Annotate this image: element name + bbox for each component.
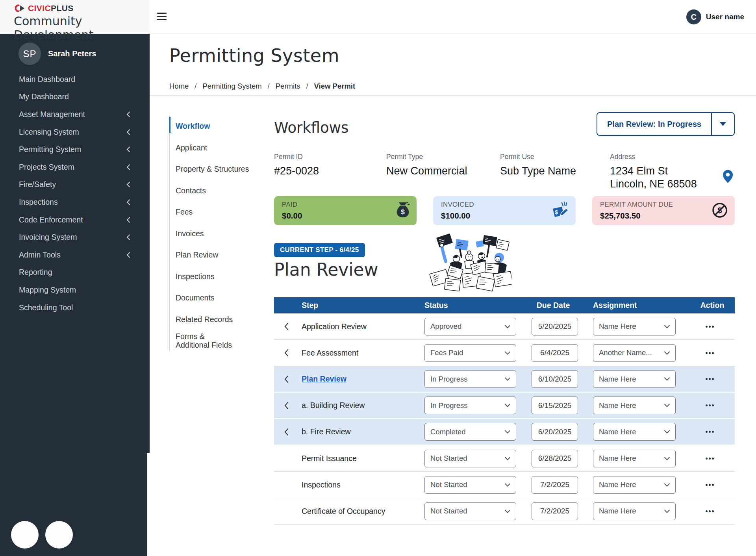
due-date-input[interactable]: 6/28/2025 — [532, 450, 578, 467]
sidebar-scrollbar[interactable] — [147, 453, 150, 556]
card-label: PAID — [282, 201, 409, 209]
floating-button-1[interactable] — [11, 521, 39, 549]
assignment-dropdown[interactable]: Name Here — [593, 370, 676, 388]
assignment-dropdown[interactable]: Name Here — [593, 397, 676, 414]
sidebar-item-main-dashboard[interactable]: Main Dashboard — [0, 70, 150, 88]
status-dropdown[interactable]: Not Started — [424, 502, 516, 520]
table-header: StepStatusDue DateAssignmentAction — [274, 297, 735, 313]
hamburger-menu-icon[interactable] — [157, 13, 167, 22]
sidebar-item-mapping-system[interactable]: Mapping System — [0, 281, 150, 299]
map-pin-icon[interactable] — [723, 169, 733, 185]
subnav-item-inspections[interactable]: Inspections — [170, 266, 257, 287]
due-date-input[interactable]: 6/20/2025 — [532, 423, 578, 441]
due-date-input[interactable]: 5/20/2025 — [532, 318, 578, 335]
celebration-illustration — [427, 234, 511, 292]
permit-status-dropdown-button[interactable]: Plan Review: In Progress — [597, 112, 735, 136]
sidebar-item-inspections[interactable]: Inspections — [0, 193, 150, 211]
user-menu[interactable]: C User name — [686, 9, 744, 24]
card-amount: $25,703.50 — [600, 211, 727, 221]
sidebar-item-reporting[interactable]: Reporting — [0, 264, 150, 282]
floating-button-2[interactable] — [45, 521, 73, 549]
step-name: Permit Issuance — [296, 454, 424, 463]
sidebar-item-invoicing-system[interactable]: Invoicing System — [0, 228, 150, 246]
row-actions-button[interactable] — [699, 510, 735, 512]
chevron-left-icon — [126, 164, 130, 170]
status-dropdown[interactable]: Fees Paid — [424, 344, 516, 362]
row-expand-chevron-icon[interactable] — [274, 375, 296, 383]
step-name: Certificate of Occupancy — [296, 507, 424, 516]
row-actions-button[interactable] — [699, 458, 735, 460]
sidebar-item-my-dashboard[interactable]: My Dashboard — [0, 88, 150, 106]
sidebar-item-label: Asset Management — [19, 110, 85, 119]
row-actions-button[interactable] — [699, 431, 735, 433]
table-row: Inspections Not Started 7/2/2025 Name He… — [274, 472, 735, 498]
subnav-item-documents[interactable]: Documents — [170, 287, 257, 309]
breadcrumb-item-home[interactable]: Home — [169, 82, 189, 91]
status-value: Completed — [430, 428, 465, 436]
sidebar-item-code-enforcement[interactable]: Code Enforcement — [0, 211, 150, 229]
workflow-table: StepStatusDue DateAssignmentAction Appli… — [274, 297, 735, 524]
sidebar-item-permitting-system[interactable]: Permitting System — [0, 141, 150, 158]
subnav-item-fees[interactable]: Fees — [170, 201, 257, 223]
sidebar-item-fire-safety[interactable]: Fire/Safety — [0, 176, 150, 194]
due-date-input[interactable]: 6/10/2025 — [532, 370, 578, 388]
step-name[interactable]: Plan Review — [296, 374, 424, 384]
permit-type-value: New Commercial — [386, 165, 500, 178]
permit-subnav: WorkflowApplicantProperty & StructuresCo… — [169, 115, 257, 352]
civicplus-logo-icon — [14, 4, 25, 13]
due-date-input[interactable]: 7/2/2025 — [532, 502, 578, 520]
assignment-value: Name Here — [599, 428, 636, 436]
sidebar-item-admin-tools[interactable]: Admin Tools — [0, 246, 150, 264]
sidebar-item-label: Reporting — [19, 268, 52, 277]
row-expand-chevron-icon[interactable] — [274, 349, 296, 357]
svg-text:$: $ — [401, 208, 405, 216]
status-dropdown[interactable]: Not Started — [424, 450, 516, 467]
status-dropdown[interactable]: Completed — [424, 423, 516, 441]
row-actions-button[interactable] — [699, 326, 735, 328]
sidebar-item-label: Main Dashboard — [19, 75, 75, 84]
subnav-item-plan-review[interactable]: Plan Review — [170, 244, 257, 266]
subnav-item-related-records[interactable]: Related Records — [170, 309, 257, 330]
sidebar-user[interactable]: SP Sarah Peters — [19, 43, 96, 65]
subnav-item-applicant[interactable]: Applicant — [170, 137, 257, 159]
assignment-dropdown[interactable]: Name Here — [593, 423, 676, 441]
subnav-item-forms-additional-fields[interactable]: Forms & Additional Fields — [170, 330, 257, 352]
sidebar-item-projects-system[interactable]: Projects System — [0, 158, 150, 176]
status-dropdown[interactable]: In Progress — [424, 397, 516, 414]
assignment-value: Name Here — [599, 507, 636, 515]
breadcrumb-item-permitting-system[interactable]: Permitting System — [203, 82, 262, 91]
sidebar-item-scheduling-tool[interactable]: Scheduling Tool — [0, 299, 150, 317]
status-dropdown[interactable]: Not Started — [424, 476, 516, 494]
assignment-dropdown[interactable]: Name Here — [593, 502, 676, 520]
due-date-input[interactable]: 6/4/2025 — [532, 344, 578, 362]
subnav-item-label: Applicant — [176, 143, 207, 152]
subnav-item-property-structures[interactable]: Property & Structures — [170, 158, 257, 180]
subnav-item-workflow[interactable]: Workflow — [170, 115, 257, 137]
due-date-input[interactable]: 7/2/2025 — [532, 476, 578, 494]
status-dropdown[interactable]: In Progress — [424, 370, 516, 388]
row-expand-chevron-icon[interactable] — [274, 428, 296, 436]
subnav-item-invoices[interactable]: Invoices — [170, 223, 257, 245]
row-actions-button[interactable] — [699, 378, 735, 380]
status-dropdown[interactable]: Approved — [424, 318, 516, 335]
caret-down-icon[interactable] — [711, 113, 734, 135]
brand-logo[interactable]: CIVICPLUS — [14, 4, 74, 13]
row-expand-chevron-icon[interactable] — [274, 402, 296, 410]
row-actions-button[interactable] — [699, 352, 735, 354]
assignment-dropdown[interactable]: Name Here — [593, 318, 676, 335]
row-actions-button[interactable] — [699, 484, 735, 486]
permit-use-label: Permit Use — [500, 153, 610, 161]
sidebar-item-asset-management[interactable]: Asset Management — [0, 106, 150, 123]
assignment-dropdown[interactable]: Name Here — [593, 450, 676, 467]
sidebar-item-licensing-system[interactable]: Licensing System — [0, 123, 150, 141]
row-actions-button[interactable] — [699, 404, 735, 406]
address-field: Address 1234 Elm St Lincoln, NE 68508 — [610, 153, 735, 191]
assignment-dropdown[interactable]: Another Name... — [593, 344, 676, 362]
row-expand-chevron-icon[interactable] — [274, 322, 296, 330]
assignment-dropdown[interactable]: Name Here — [593, 476, 676, 494]
subnav-item-contacts[interactable]: Contacts — [170, 180, 257, 202]
card-amount: $100.00 — [441, 211, 568, 221]
due-date-input[interactable]: 6/15/2025 — [532, 397, 578, 414]
breadcrumb-item-permits[interactable]: Permits — [276, 82, 300, 91]
status-value: Not Started — [430, 454, 467, 463]
